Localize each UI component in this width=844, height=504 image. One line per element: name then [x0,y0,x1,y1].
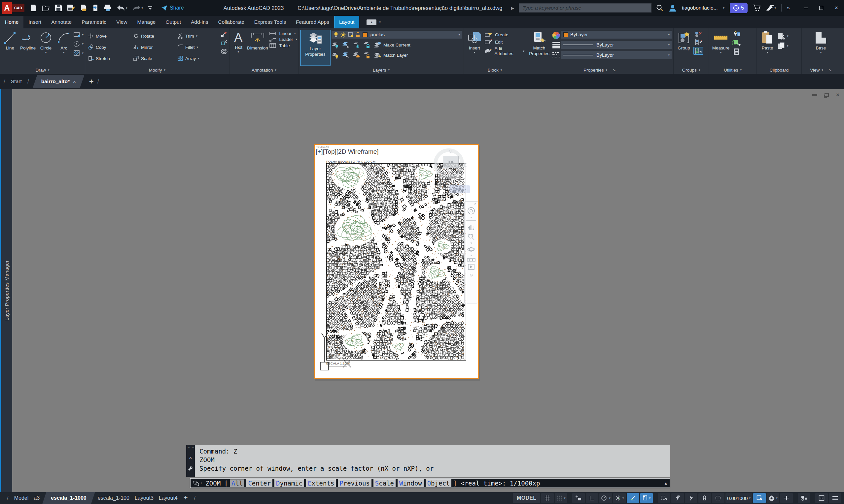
object-snap-tracking-toggle[interactable]: ▾ [613,493,626,503]
showmotion-play-icon[interactable] [468,264,475,270]
layer-thaw-all-button[interactable] [352,51,360,59]
ribbon-tab[interactable]: Featured Apps [291,16,334,29]
paste-dropdown[interactable]: ▾ [767,51,769,54]
layer-select-dropdown[interactable]: janelas ▾ [331,30,462,39]
create-block-button[interactable]: Create [484,32,524,38]
viewcube-top-face[interactable]: TOP [443,156,459,168]
array-dropdown[interactable]: ▾ [198,57,200,60]
quick-select-button[interactable] [732,31,741,38]
insert-dropdown[interactable]: ▾ [474,51,476,54]
panel-label-annotation[interactable]: Annotation▾ [229,66,298,74]
panel-label-modify[interactable]: Modify▾ [85,66,229,74]
ribbon-tab[interactable]: Manage [132,16,160,29]
layout-tab[interactable]: a3 [31,492,42,504]
panel-label-clipboard[interactable]: Clipboard [757,66,802,74]
command-option[interactable]: Center [246,479,272,487]
layer-freeze-button[interactable] [352,40,360,49]
file-tab-close-icon[interactable]: × [73,79,76,85]
text-button[interactable]: A Text ▾ [231,30,246,66]
layer-properties-button[interactable]: Layer Properties [300,30,330,66]
search-icon[interactable] [656,4,664,12]
fillet-dropdown[interactable]: ▾ [197,46,199,49]
open-from-web-button[interactable] [80,4,87,12]
rotate-button[interactable]: Rotate [132,30,175,41]
ribbon-tab[interactable]: Output [160,16,186,29]
base-button[interactable]: Base ▾ [812,30,830,66]
ribbon-tab[interactable]: Insert [23,16,46,29]
edit-attributes-dropdown[interactable]: ▾ [523,50,524,53]
panel-label-view[interactable]: View▾↘ [802,66,840,74]
cut-dropdown[interactable]: ▾ [787,35,789,38]
command-option[interactable]: Object [426,479,452,487]
doc-close-icon[interactable]: × [836,92,839,98]
edit-attributes-button[interactable]: Edit Attributes▾ [484,46,524,56]
layer-unisolate-button[interactable] [342,51,350,59]
customize-status-button[interactable] [780,493,793,503]
lock-ui-toggle[interactable] [699,493,711,503]
copy-clip-button[interactable]: ▾ [777,42,789,50]
command-option[interactable]: Scale [374,479,396,487]
viewcube-east-label[interactable]: E [464,162,467,167]
command-history-toggle-icon[interactable]: ▲ [665,481,667,486]
select-similar-button[interactable] [732,39,741,47]
viewport-controls-label[interactable]: [+][Top][2D Wireframe] [316,148,379,155]
layer-properties-palette-tab[interactable]: Layer Properties Manager [0,89,12,492]
panel-label-block[interactable]: Block▾ [464,66,526,74]
group-button[interactable]: Group [675,30,693,66]
group-selection-toggle[interactable] [693,47,703,55]
command-option[interactable]: Window [398,479,424,487]
osnap-dropdown[interactable]: ▾ [649,497,651,500]
save-button[interactable] [55,4,62,12]
command-option[interactable]: All [230,479,244,487]
arc-dropdown[interactable]: ▾ [63,51,65,54]
ortho-toggle[interactable] [586,493,598,503]
autodesk-apps-button[interactable]: ▾ [766,5,776,11]
ribbon-collapse-dropdown[interactable]: ▾ [379,21,381,24]
doc-minimize-icon[interactable] [812,94,817,96]
ribbon-tab[interactable]: Layout [334,16,360,29]
file-tab-start[interactable]: Start [9,75,24,88]
copy-clip-dropdown[interactable]: ▾ [787,44,789,48]
ellipse-tool-button[interactable]: ▾ [73,40,84,48]
base-dropdown[interactable]: ▾ [820,51,822,54]
layout-tab[interactable]: escala_1-100 [95,492,132,504]
plot-button[interactable] [104,4,111,12]
panel-label-groups[interactable]: Groups▾ [674,66,709,74]
save-as-button[interactable] [67,4,75,12]
hatch-tool-button[interactable]: ▾ [73,50,84,57]
make-current-button[interactable]: Make Current [374,41,410,49]
showmotion-frames-icon[interactable] [467,258,476,262]
new-layout-button[interactable]: + [180,492,191,504]
object-visibility-button[interactable] [798,493,810,503]
isolate-objects-toggle[interactable] [712,493,724,503]
layer-isolate-button[interactable] [342,40,350,49]
undo-dropdown[interactable]: ▾ [126,6,127,10]
layout-tab[interactable]: escala_1-1000 [42,492,95,504]
new-drawing-tab-button[interactable]: + [89,77,94,86]
lineweight-icon[interactable] [552,41,561,50]
ribbon-tab[interactable]: Collaborate [213,16,249,29]
annotation-scale-sync-toggle[interactable] [753,493,766,503]
infer-constraints-toggle[interactable] [572,493,585,503]
copy-button[interactable]: Copy [87,41,131,53]
navbar-close-icon[interactable]: ✕ [474,202,477,205]
move-button[interactable]: Move [87,30,131,41]
command-option[interactable]: Previous [338,479,372,487]
annotation-scale-control[interactable]: 0.001000▾ [725,493,752,503]
insert-block-button[interactable]: Insert ▾ [465,30,484,66]
annotation-visibility-toggle[interactable] [671,493,684,503]
offset-button[interactable] [221,48,228,55]
linear-dropdown[interactable]: ▾ [294,32,296,35]
save-to-web-button[interactable] [92,4,99,12]
doc-restore-icon[interactable] [825,93,829,97]
arc-button[interactable]: Arc ▾ [55,30,72,66]
viewcube-west-label[interactable]: W [435,162,439,167]
ribbon-tab[interactable]: Annotate [46,16,76,29]
navigation-wheel-icon[interactable] [467,206,476,215]
command-input-line[interactable]: ▾ ZOOM [ AllCenterDynamicExtentsPrevious… [190,478,670,488]
maximize-button[interactable] [814,0,829,16]
circle-dropdown[interactable]: ▾ [45,51,47,54]
open-file-button[interactable] [42,5,50,11]
scale-button[interactable]: Scale [132,53,175,64]
annotation-autoscale-toggle[interactable] [685,493,697,503]
